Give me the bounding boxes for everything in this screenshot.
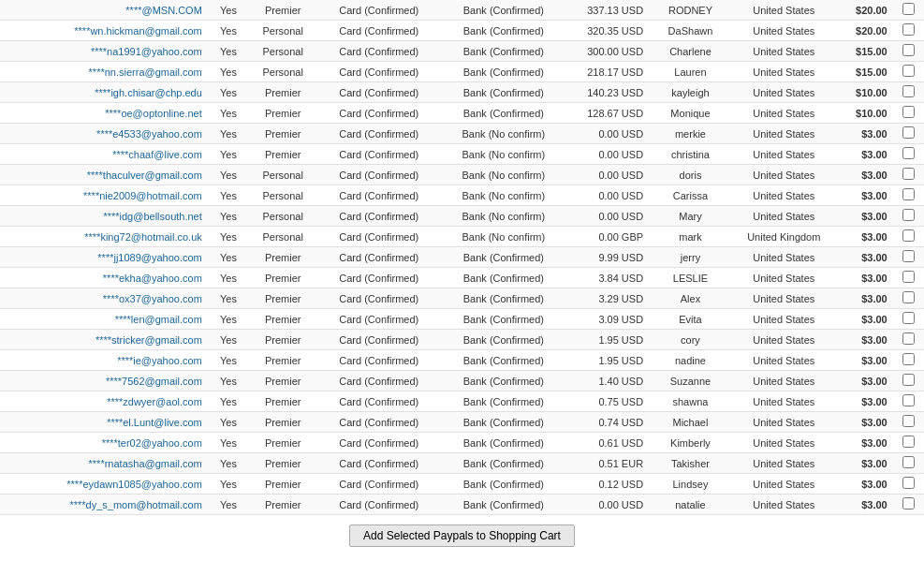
row-checkbox[interactable]: [902, 209, 915, 221]
checkbox-cell[interactable]: [893, 21, 924, 41]
row-checkbox[interactable]: [902, 436, 915, 448]
checkbox-cell[interactable]: [893, 330, 924, 350]
email-cell[interactable]: ****zdwyer@aol.com: [0, 391, 208, 412]
checkbox-cell[interactable]: [893, 82, 924, 103]
row-checkbox[interactable]: [902, 44, 915, 56]
checkbox-cell[interactable]: [893, 227, 924, 247]
row-checkbox[interactable]: [902, 85, 915, 97]
row-checkbox[interactable]: [902, 394, 915, 406]
country-cell: United States: [732, 391, 836, 412]
row-checkbox[interactable]: [902, 291, 915, 303]
row-checkbox[interactable]: [902, 23, 915, 36]
checkbox-cell[interactable]: [893, 412, 924, 433]
name-cell: Evita: [649, 309, 732, 330]
checkbox-cell[interactable]: [893, 62, 924, 82]
email-cell[interactable]: ****oe@optonline.net: [0, 103, 208, 124]
checkbox-cell[interactable]: [893, 391, 924, 412]
checkbox-cell[interactable]: [893, 247, 924, 268]
email-cell[interactable]: ****chaaf@live.com: [0, 144, 208, 165]
checkbox-cell[interactable]: [893, 103, 924, 124]
email-cell[interactable]: ****king72@hotmail.co.uk: [0, 227, 208, 247]
checkbox-cell[interactable]: [893, 474, 924, 495]
price-cell: $3.00: [836, 124, 893, 144]
type-cell: Personal: [249, 41, 316, 62]
row-checkbox[interactable]: [902, 456, 915, 468]
email-cell[interactable]: ****ox37@yahoo.com: [0, 288, 208, 309]
row-checkbox[interactable]: [902, 168, 915, 180]
email-cell[interactable]: ****ekha@yahoo.com: [0, 268, 208, 288]
row-checkbox[interactable]: [902, 147, 915, 159]
type-cell: Premier: [249, 247, 316, 268]
row-checkbox[interactable]: [902, 415, 915, 427]
email-cell[interactable]: ****el.Lunt@live.com: [0, 412, 208, 433]
row-checkbox[interactable]: [902, 106, 915, 118]
email-cell[interactable]: ****stricker@gmail.com: [0, 330, 208, 350]
checkbox-cell[interactable]: [893, 495, 924, 515]
email-cell[interactable]: ****nie2009@hotmail.com: [0, 185, 208, 206]
verified-cell: Yes: [208, 21, 249, 41]
row-checkbox[interactable]: [902, 3, 915, 15]
checkbox-cell[interactable]: [893, 165, 924, 185]
table-row: ****ie@yahoo.com Yes Premier Card (Confi…: [0, 350, 924, 371]
amount-cell: 3.09 USD: [565, 309, 649, 330]
checkbox-cell[interactable]: [893, 453, 924, 474]
row-checkbox[interactable]: [902, 229, 915, 242]
email-cell[interactable]: ****ie@yahoo.com: [0, 350, 208, 371]
row-checkbox[interactable]: [902, 497, 915, 510]
email-cell[interactable]: ****rnatasha@gmail.com: [0, 453, 208, 474]
verified-cell: Yes: [208, 412, 249, 433]
row-checkbox[interactable]: [902, 374, 915, 386]
checkbox-cell[interactable]: [893, 350, 924, 371]
checkbox-cell[interactable]: [893, 433, 924, 453]
checkbox-cell[interactable]: [893, 41, 924, 62]
email-cell[interactable]: ****ter02@yahoo.com: [0, 433, 208, 453]
card-cell: Card (Confirmed): [316, 21, 441, 41]
email-cell[interactable]: ****7562@gmail.com: [0, 371, 208, 391]
email-cell[interactable]: ****eydawn1085@yahoo.com: [0, 474, 208, 495]
email-cell[interactable]: ****idg@bellsouth.net: [0, 206, 208, 227]
email-cell[interactable]: ****wn.hickman@gmail.com: [0, 21, 208, 41]
checkbox-cell[interactable]: [893, 206, 924, 227]
row-checkbox[interactable]: [902, 477, 915, 489]
type-cell: Premier: [249, 371, 316, 391]
checkbox-cell[interactable]: [893, 268, 924, 288]
email-cell[interactable]: ****e4533@yahoo.com: [0, 124, 208, 144]
type-cell: Premier: [249, 103, 316, 124]
row-checkbox[interactable]: [902, 188, 915, 200]
bank-cell: Bank (Confirmed): [441, 103, 565, 124]
add-to-cart-button[interactable]: Add Selected Paypals to Shopping Cart: [349, 524, 575, 547]
type-cell: Premier: [249, 144, 316, 165]
email-cell[interactable]: ****dy_s_mom@hotmail.com: [0, 495, 208, 515]
email-cell[interactable]: ****jj1089@yahoo.com: [0, 247, 208, 268]
row-checkbox[interactable]: [902, 332, 915, 345]
checkbox-cell[interactable]: [893, 309, 924, 330]
checkbox-cell[interactable]: [893, 371, 924, 391]
row-checkbox[interactable]: [902, 250, 915, 262]
row-checkbox[interactable]: [902, 353, 915, 365]
email-cell[interactable]: ****na1991@yahoo.com: [0, 41, 208, 62]
name-cell: Suzanne: [649, 371, 732, 391]
verified-cell: Yes: [208, 124, 249, 144]
country-cell: United States: [732, 82, 836, 103]
bank-cell: Bank (Confirmed): [441, 21, 565, 41]
card-cell: Card (Confirmed): [316, 330, 441, 350]
checkbox-cell[interactable]: [893, 144, 924, 165]
checkbox-cell[interactable]: [893, 185, 924, 206]
bank-cell: Bank (Confirmed): [441, 495, 565, 515]
checkbox-cell[interactable]: [893, 0, 924, 21]
card-cell: Card (Confirmed): [316, 185, 441, 206]
row-checkbox[interactable]: [902, 271, 915, 283]
email-cell[interactable]: ****igh.chisar@chp.edu: [0, 82, 208, 103]
email-cell[interactable]: ****len@gmail.com: [0, 309, 208, 330]
type-cell: Premier: [249, 124, 316, 144]
email-cell[interactable]: ****@MSN.COM: [0, 0, 208, 21]
row-checkbox[interactable]: [902, 65, 915, 77]
checkbox-cell[interactable]: [893, 288, 924, 309]
email-cell[interactable]: ****thaculver@gmail.com: [0, 165, 208, 185]
checkbox-cell[interactable]: [893, 124, 924, 144]
type-cell: Premier: [249, 268, 316, 288]
row-checkbox[interactable]: [902, 312, 915, 324]
price-cell: $3.00: [836, 433, 893, 453]
email-cell[interactable]: ****nn.sierra@gmail.com: [0, 62, 208, 82]
row-checkbox[interactable]: [902, 126, 915, 139]
